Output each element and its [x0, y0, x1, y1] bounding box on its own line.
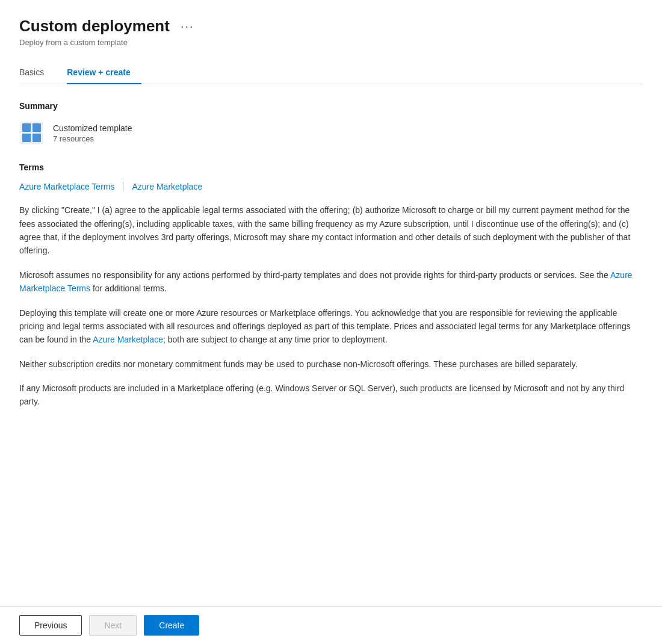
create-button[interactable]: Create: [144, 615, 199, 636]
terms-paragraph-5: If any Microsoft products are included i…: [19, 382, 643, 409]
svg-rect-1: [22, 123, 31, 132]
terms-section-label: Terms: [19, 163, 643, 172]
previous-button[interactable]: Previous: [19, 615, 82, 636]
summary-title: Customized template: [53, 123, 132, 133]
azure-marketplace-link[interactable]: Azure Marketplace: [132, 182, 202, 191]
svg-rect-4: [32, 134, 41, 142]
terms-links: Azure Marketplace Terms Azure Marketplac…: [19, 182, 643, 191]
more-options-button[interactable]: ···: [177, 17, 198, 36]
terms-paragraph-3: Deploying this template will create one …: [19, 306, 643, 347]
tabs: Basics Review + create: [19, 61, 643, 84]
header: Custom deployment Deploy from a custom t…: [19, 17, 643, 47]
page-subtitle: Deploy from a custom template: [19, 38, 170, 47]
terms-paragraph-2: Microsoft assumes no responsibility for …: [19, 268, 643, 296]
summary-section-label: Summary: [19, 101, 643, 111]
terms-paragraph-4: Neither subscription credits nor monetar…: [19, 358, 643, 371]
page-container: Custom deployment Deploy from a custom t…: [0, 0, 662, 469]
tab-basics[interactable]: Basics: [19, 61, 55, 84]
terms-paragraph-1: By clicking "Create," I (a) agree to the…: [19, 203, 643, 258]
summary-sub: 7 resources: [53, 134, 132, 143]
next-button: Next: [89, 615, 137, 636]
azure-marketplace-terms-link[interactable]: Azure Marketplace Terms: [19, 182, 114, 191]
terms-section: Terms Azure Marketplace Terms Azure Mark…: [19, 163, 643, 409]
inline-azure-marketplace-terms-link[interactable]: Azure Marketplace Terms: [19, 270, 633, 293]
terms-divider: [123, 182, 123, 191]
svg-rect-3: [32, 123, 41, 132]
summary-card: Customized template 7 resources: [19, 120, 643, 146]
summary-info: Customized template 7 resources: [53, 123, 132, 143]
tab-review-create[interactable]: Review + create: [67, 61, 141, 84]
header-text: Custom deployment Deploy from a custom t…: [19, 17, 170, 47]
page-title: Custom deployment: [19, 17, 170, 36]
terms-body: By clicking "Create," I (a) agree to the…: [19, 203, 643, 409]
template-icon: [19, 120, 45, 146]
inline-azure-marketplace-link[interactable]: Azure Marketplace: [93, 335, 163, 344]
footer: Previous Next Create: [0, 606, 662, 644]
svg-rect-2: [22, 134, 31, 142]
